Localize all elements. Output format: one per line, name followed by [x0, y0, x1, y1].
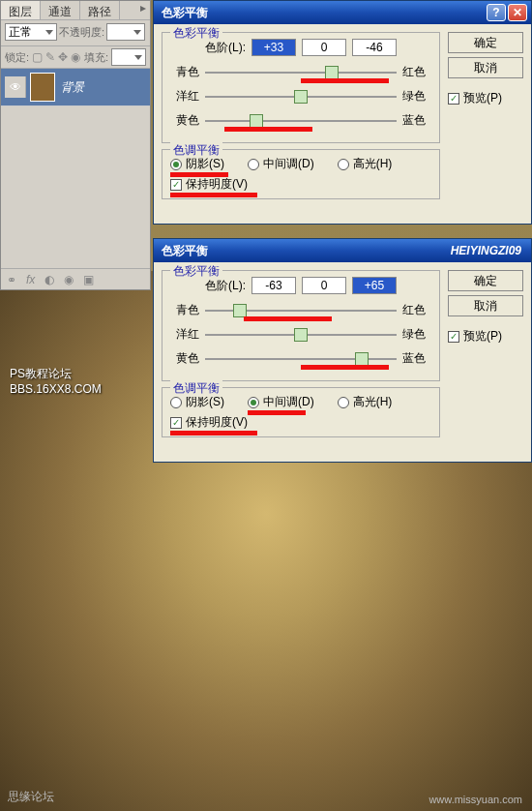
watermark-text: PS教程论坛 BBS.16XX8.COM	[10, 366, 102, 396]
tone-balance-group: 色调平衡 阴影(S)中间调(D)高光(H) ✓保持明度(V)	[162, 149, 440, 199]
slider-left-label: 洋红	[170, 326, 199, 343]
ok-button[interactable]: 确定	[448, 32, 523, 53]
level-input-1[interactable]	[251, 39, 296, 56]
slider-track[interactable]	[205, 66, 397, 79]
lock-label: 锁定:	[5, 50, 29, 65]
level-label: 色阶(L):	[205, 278, 246, 294]
slider-track[interactable]	[205, 328, 397, 342]
tone-radio[interactable]: 高光(H)	[338, 156, 393, 172]
slider-row: 青色 红色	[170, 302, 431, 318]
titlebar[interactable]: 色彩平衡 ? ✕	[154, 1, 531, 24]
lock-transparent-icon[interactable]: ▢	[32, 50, 43, 64]
help-button[interactable]: ?	[487, 4, 506, 21]
radio-icon	[170, 397, 182, 408]
slider-thumb[interactable]	[355, 352, 369, 366]
slider-left-label: 洋红	[170, 88, 199, 105]
level-input-1[interactable]	[251, 277, 296, 294]
slider-right-label: 绿色	[402, 88, 431, 105]
panel-tabs: 图层 通道 路径 ▸	[1, 1, 150, 20]
slider-left-label: 青色	[170, 64, 199, 80]
watermark-footer-right: www.missyuan.com	[429, 794, 522, 805]
color-balance-dialog-2: 色彩平衡 HEIYINGZI09 色彩平衡 色阶(L): 青色 红色洋红 绿色黄…	[153, 238, 532, 463]
panel-menu-icon[interactable]: ▸	[136, 1, 150, 19]
preview-checkbox[interactable]: ✓预览(P)	[448, 328, 523, 345]
slider-track[interactable]	[205, 90, 397, 104]
chevron-down-icon	[133, 30, 141, 35]
slider-thumb[interactable]	[250, 114, 263, 128]
dialog-title: 色彩平衡	[162, 243, 208, 259]
adjustment-icon[interactable]: ◉	[64, 273, 74, 286]
title-extra: HEIYINGZI09	[451, 244, 521, 257]
cancel-button[interactable]: 取消	[448, 57, 523, 78]
layers-footer: ⚭ fx ◐ ◉ ▣	[1, 268, 150, 289]
tab-channels[interactable]: 通道	[41, 1, 80, 19]
slider-right-label: 红色	[402, 302, 431, 318]
opacity-input[interactable]	[106, 23, 145, 41]
lock-row: 锁定: ▢ ✎ ✥ ◉ 填充:	[1, 46, 150, 69]
slider-row: 洋红 绿色	[170, 326, 431, 343]
mask-icon[interactable]: ◐	[44, 273, 54, 286]
layer-name: 背景	[61, 79, 84, 96]
fx-icon[interactable]: fx	[26, 273, 35, 286]
lock-brush-icon[interactable]: ✎	[45, 50, 55, 64]
tone-radio[interactable]: 阴影(S)	[170, 156, 224, 172]
group-legend: 色彩平衡	[170, 25, 222, 42]
lock-move-icon[interactable]: ✥	[58, 50, 68, 64]
folder-icon[interactable]: ▣	[83, 273, 94, 286]
slider-thumb[interactable]	[233, 304, 247, 317]
slider-track[interactable]	[205, 114, 397, 128]
close-button[interactable]: ✕	[508, 4, 527, 21]
slider-left-label: 黄色	[170, 350, 199, 367]
color-balance-dialog-1: 色彩平衡 ? ✕ 色彩平衡 色阶(L): 青色 红色洋红	[153, 0, 532, 225]
link-icon[interactable]: ⚭	[7, 273, 16, 286]
slider-thumb[interactable]	[294, 328, 308, 342]
lock-all-icon[interactable]: ◉	[71, 50, 80, 64]
slider-left-label: 黄色	[170, 112, 199, 129]
group-legend: 色彩平衡	[170, 263, 222, 280]
opacity-label: 不透明度:	[59, 25, 104, 40]
dialog-title: 色彩平衡	[162, 5, 208, 21]
ok-button[interactable]: 确定	[448, 270, 523, 291]
tab-layers[interactable]: 图层	[1, 1, 41, 19]
tone-balance-group: 色调平衡 阴影(S)中间调(D)高光(H) ✓保持明度(V)	[162, 387, 440, 437]
fill-input[interactable]	[111, 48, 146, 66]
level-input-3[interactable]	[352, 277, 397, 294]
slider-left-label: 青色	[170, 302, 199, 318]
slider-track[interactable]	[205, 304, 397, 317]
level-input-2[interactable]	[302, 39, 346, 56]
fill-label: 填充:	[84, 50, 108, 65]
level-label: 色阶(L):	[205, 40, 246, 56]
layer-thumbnail[interactable]	[30, 73, 55, 102]
group-legend: 色调平衡	[170, 380, 222, 397]
layer-row[interactable]: 👁 背景	[1, 69, 150, 106]
tab-paths[interactable]: 路径	[80, 1, 120, 19]
level-input-3[interactable]	[352, 39, 397, 56]
color-balance-group: 色彩平衡 色阶(L): 青色 红色洋红 绿色黄色 蓝色	[162, 270, 440, 381]
preserve-luminosity-checkbox[interactable]: ✓保持明度(V)	[170, 176, 248, 193]
radio-icon	[338, 397, 349, 408]
radio-icon	[170, 159, 182, 170]
level-input-2[interactable]	[302, 277, 346, 294]
preview-checkbox[interactable]: ✓预览(P)	[448, 90, 523, 106]
tone-radio[interactable]: 中间调(D)	[248, 394, 314, 410]
slider-right-label: 绿色	[402, 326, 431, 343]
slider-thumb[interactable]	[325, 66, 339, 79]
blend-mode-select[interactable]: 正常	[5, 23, 57, 41]
visibility-toggle[interactable]: 👁	[5, 76, 26, 98]
slider-right-label: 蓝色	[402, 350, 431, 367]
layers-panel: 图层 通道 路径 ▸ 正常 不透明度: 锁定: ▢ ✎ ✥ ◉ 填充: 👁 背景…	[0, 0, 151, 290]
layer-controls: 正常 不透明度:	[1, 20, 150, 46]
tone-radio[interactable]: 中间调(D)	[248, 156, 314, 172]
slider-row: 黄色 蓝色	[170, 350, 431, 367]
tone-radio[interactable]: 高光(H)	[338, 394, 393, 410]
chevron-down-icon	[45, 30, 53, 35]
preserve-luminosity-checkbox[interactable]: ✓保持明度(V)	[170, 414, 248, 431]
slider-track[interactable]	[205, 352, 397, 366]
color-balance-group: 色彩平衡 色阶(L): 青色 红色洋红 绿色黄色 蓝色	[162, 32, 440, 143]
cancel-button[interactable]: 取消	[448, 295, 523, 316]
slider-row: 青色 红色	[170, 64, 431, 80]
radio-icon	[248, 159, 259, 170]
slider-row: 洋红 绿色	[170, 88, 431, 105]
titlebar[interactable]: 色彩平衡 HEIYINGZI09	[154, 239, 531, 262]
slider-thumb[interactable]	[294, 90, 308, 104]
